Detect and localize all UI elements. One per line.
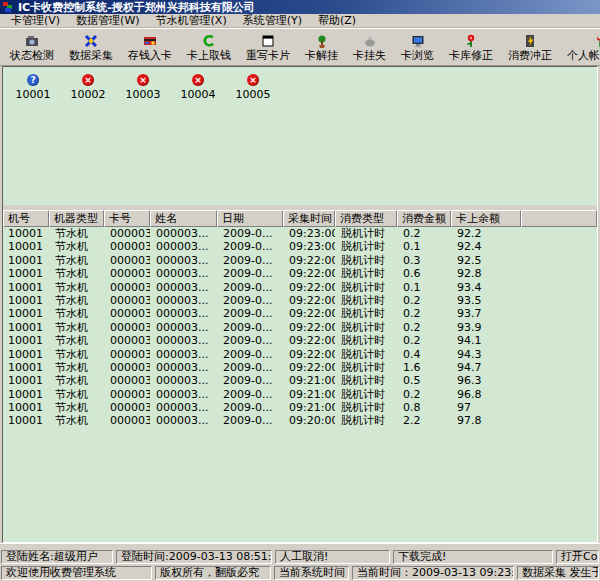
card-browse-icon [410,33,426,49]
cell-machine-no: 10001 [3,254,49,267]
cell-date: 2009-0... [217,227,283,240]
cell-machine-type: 节水机 [49,334,104,347]
table-row[interactable]: 10001 节水机 000003 000003... 2009-0... 09:… [3,227,597,240]
table-row[interactable]: 10001 节水机 000003 000003... 2009-0... 09:… [3,281,597,294]
cell-consume-amount: 0.1 [397,240,451,253]
toolbar-personal-account-detail-button[interactable]: 个人帐户明细 [563,31,600,63]
toolbar-label: 卡挂失 [353,50,386,61]
cell-machine-type: 节水机 [49,348,104,361]
col-header-date[interactable]: 日期 [217,210,283,227]
card-db-fix-icon [463,33,479,49]
cell-date: 2009-0... [217,240,283,253]
table-row[interactable]: 10001 节水机 000003 000003... 2009-0... 09:… [3,254,597,267]
cell-machine-no: 10001 [3,267,49,280]
toolbar-status-check-button[interactable]: 状态检测 [6,31,58,63]
cell-consume-amount: 0.4 [397,348,451,361]
table-row[interactable]: 10001 节水机 000003 000003... 2009-0... 09:… [3,348,597,361]
app-icon[interactable] [3,1,15,13]
menu-machine-management[interactable]: 节水机管理(X) [149,13,234,28]
toolbar-card-report-loss-button[interactable]: 卡挂失 [349,31,390,63]
deposit-to-card-icon [142,33,158,49]
toolbar-label: 状态检测 [10,50,54,61]
toolbar-card-unfreeze-button[interactable]: 卡解挂 [301,31,342,63]
machine-node-10003[interactable]: × 10003 [122,74,164,101]
table-row[interactable]: 10001 节水机 000003 000003... 2009-0... 09:… [3,401,597,414]
cell-date: 2009-0... [217,414,283,427]
col-header-card-balance[interactable]: 卡上余额 [451,210,521,227]
menu-bar: 卡管理(V) 数据管理(W) 节水机管理(X) 系统管理(Y) 帮助(Z) [0,14,600,28]
toolbar-withdraw-from-card-button[interactable]: 卡上取钱 [183,31,235,63]
toolbar-card-browse-button[interactable]: 卡浏览 [397,31,438,63]
cell-consume-amount: 0.8 [397,401,451,414]
cell-collect-time: 09:23:00 [283,240,335,253]
cell-consume-type: 脱机计时 [335,227,397,240]
col-header-consume-amount[interactable]: 消费金额 [397,210,451,227]
table-row[interactable]: 10001 节水机 000003 000003... 2009-0... 09:… [3,294,597,307]
error-status-icon: × [82,74,94,86]
cell-card-balance: 93.5 [451,294,521,307]
cell-collect-time: 09:22:00 [283,334,335,347]
cell-machine-type: 节水机 [49,227,104,240]
cell-machine-no: 10001 [3,361,49,374]
menu-system-management[interactable]: 系统管理(Y) [236,13,309,28]
toolbar-label: 重写卡片 [246,50,290,61]
cell-filler [521,307,597,320]
machine-id-label: 10002 [71,88,106,101]
cell-card-balance: 93.9 [451,321,521,334]
cell-consume-type: 脱机计时 [335,361,397,374]
error-status-icon: × [247,74,259,86]
machine-id-label: 10005 [236,88,271,101]
cell-machine-no: 10001 [3,414,49,427]
menu-help[interactable]: 帮助(Z) [311,13,363,28]
cell-machine-type: 节水机 [49,414,104,427]
cell-filler [521,401,597,414]
toolbar-deposit-to-card-button[interactable]: 存钱入卡 [124,31,176,63]
col-header-consume-type[interactable]: 消费类型 [335,210,397,227]
cell-collect-time: 09:23:00 [283,227,335,240]
status-com-port: 打开Com3失 [556,550,599,564]
cell-filler [521,254,597,267]
col-header-card-no[interactable]: 卡号 [104,210,150,227]
cell-collect-time: 09:22:00 [283,267,335,280]
machine-node-10002[interactable]: × 10002 [67,74,109,101]
col-header-machine-type[interactable]: 机器类型 [49,210,104,227]
cell-name: 000003... [150,294,217,307]
cell-name: 000003... [150,267,217,280]
cell-consume-amount: 0.2 [397,321,451,334]
toolbar-rewrite-card-button[interactable]: 重写卡片 [242,31,294,63]
machine-node-10004[interactable]: × 10004 [177,74,219,101]
toolbar-card-db-fix-button[interactable]: 卡库修正 [445,31,497,63]
table-row[interactable]: 10001 节水机 000003 000003... 2009-0... 09:… [3,267,597,280]
cell-card-no: 000003 [104,254,150,267]
machine-id-label: 10001 [16,88,51,101]
toolbar: 状态检测 数据采集 存钱入卡 卡上取钱 重写卡片 [0,28,600,66]
col-header-collect-time[interactable]: 采集时间 [283,210,335,227]
table-row[interactable]: 10001 节水机 000003 000003... 2009-0... 09:… [3,414,597,427]
toolbar-consume-reversal-button[interactable]: 消费冲正 [504,31,556,63]
toolbar-label: 卡库修正 [449,50,493,61]
table-row[interactable]: 10001 节水机 000003 000003... 2009-0... 09:… [3,307,597,320]
toolbar-data-collect-button[interactable]: 数据采集 [65,31,117,63]
machine-node-10001[interactable]: ? 10001 [12,74,54,101]
cell-card-balance: 92.5 [451,254,521,267]
cell-collect-time: 09:22:00 [283,321,335,334]
status-copyright: 版权所有，翻版必究 [155,566,271,580]
status-login-name: 登陆姓名:超级用户 [1,550,113,564]
cell-card-balance: 92.8 [451,267,521,280]
cell-machine-type: 节水机 [49,254,104,267]
status-data-collect-event: 数据采集 发生于2009 [517,566,599,580]
table-row[interactable]: 10001 节水机 000003 000003... 2009-0... 09:… [3,374,597,387]
table-row[interactable]: 10001 节水机 000003 000003... 2009-0... 09:… [3,240,597,253]
cell-machine-type: 节水机 [49,267,104,280]
table-row[interactable]: 10001 节水机 000003 000003... 2009-0... 09:… [3,334,597,347]
table-row[interactable]: 10001 节水机 000003 000003... 2009-0... 09:… [3,361,597,374]
cell-card-no: 000003 [104,388,150,401]
machine-node-10005[interactable]: × 10005 [232,74,274,101]
cell-machine-no: 10001 [3,388,49,401]
col-header-machine-no[interactable]: 机号 [3,210,49,227]
col-header-name[interactable]: 姓名 [150,210,217,227]
table-row[interactable]: 10001 节水机 000003 000003... 2009-0... 09:… [3,321,597,334]
table-row[interactable]: 10001 节水机 000003 000003... 2009-0... 09:… [3,388,597,401]
menu-data-management[interactable]: 数据管理(W) [69,13,146,28]
menu-card-management[interactable]: 卡管理(V) [4,13,67,28]
